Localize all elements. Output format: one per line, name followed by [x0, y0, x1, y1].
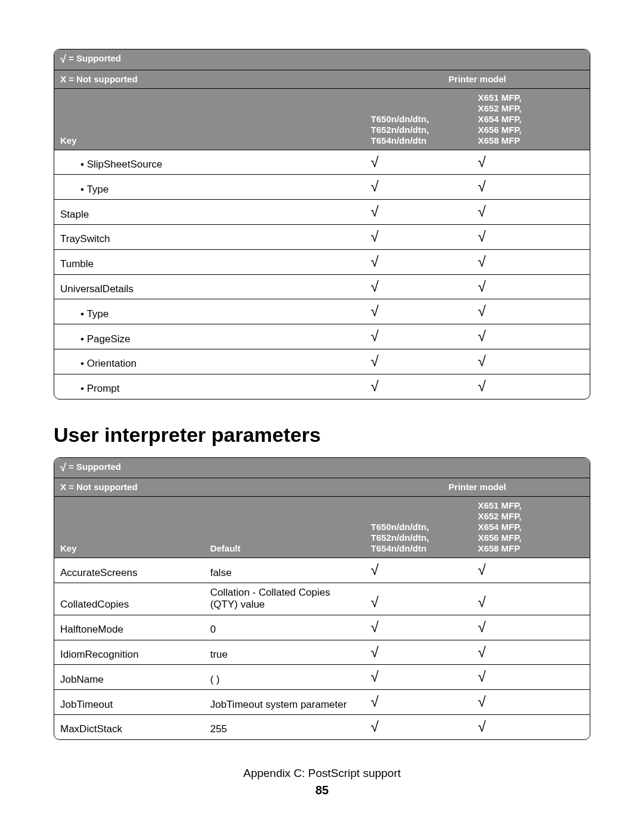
model2-cell: √	[472, 583, 590, 615]
key-cell: HalftoneMode	[54, 615, 204, 640]
legend-not-supported-2: X = Not supported	[54, 478, 365, 497]
col-model2-header: X651 MFP, X652 MFP, X654 MFP, X656 MFP, …	[472, 88, 590, 150]
key-cell: Type	[54, 299, 365, 324]
legend-supported-2: √ = Supported	[54, 458, 365, 478]
support-table-1: √ = Supported X = Not supported Printer …	[54, 49, 590, 400]
table-row: Staple√√	[54, 200, 590, 225]
model2-cell: √	[472, 690, 590, 715]
col-model1-header: T650n/dn/dtn, T652n/dn/dtn, T654n/dn/dtn	[365, 88, 472, 150]
model1-cell: √	[365, 374, 472, 398]
table-row: Type√√	[54, 175, 590, 200]
model2-cell: √	[472, 299, 590, 324]
key-cell: AccurateScreens	[54, 558, 204, 583]
appendix-label: Appendix C: PostScript support	[0, 767, 644, 780]
key-cell: PageSize	[54, 324, 365, 349]
model2-cell: √	[472, 249, 590, 274]
table-row: Orientation√√	[54, 349, 590, 374]
default-cell: 0	[204, 615, 364, 640]
table-row: TraySwitch√√	[54, 224, 590, 249]
key-cell: Prompt	[54, 374, 365, 398]
printer-model-header-2: Printer model	[365, 478, 590, 497]
model1-cell: √	[365, 665, 472, 690]
legend-not-supported: X = Not supported	[54, 70, 365, 88]
model2-cell: √	[472, 665, 590, 690]
legend-supported: √ = Supported	[54, 49, 365, 70]
table-row: Type√√	[54, 299, 590, 324]
key-cell: CollatedCopies	[54, 583, 204, 615]
col-model2-header-2: X651 MFP, X652 MFP, X654 MFP, X656 MFP, …	[472, 497, 590, 558]
model2-cell: √	[472, 714, 590, 739]
model2-cell: √	[472, 324, 590, 349]
key-cell: Staple	[54, 200, 365, 225]
model1-cell: √	[365, 615, 472, 640]
section-heading: User interpreter parameters	[54, 423, 590, 447]
model2-cell: √	[472, 175, 590, 200]
key-cell: IdiomRecognition	[54, 640, 204, 665]
table-row: JobName( )√√	[54, 665, 590, 690]
model1-cell: √	[365, 249, 472, 274]
model2-cell: √	[472, 349, 590, 374]
model2-cell: √	[472, 615, 590, 640]
table-row: PageSize√√	[54, 324, 590, 349]
default-cell: false	[204, 558, 364, 583]
table-row: JobTimeoutJobTimeout system parameter√√	[54, 690, 590, 715]
model2-cell: √	[472, 374, 590, 398]
col-default-header: Default	[204, 497, 364, 558]
model2-cell: √	[472, 274, 590, 299]
key-cell: JobTimeout	[54, 690, 204, 715]
table-row: CollatedCopiesCollation - Collated Copie…	[54, 583, 590, 615]
key-cell: UniversalDetails	[54, 274, 365, 299]
key-cell: JobName	[54, 665, 204, 690]
model1-cell: √	[365, 175, 472, 200]
page-number: 85	[0, 784, 644, 797]
page-footer: Appendix C: PostScript support 85	[0, 767, 644, 797]
printer-model-spacer	[365, 49, 590, 70]
model1-cell: √	[365, 299, 472, 324]
table-row: IdiomRecognitiontrue√√	[54, 640, 590, 665]
col-model1-header-2: T650n/dn/dtn, T652n/dn/dtn, T654n/dn/dtn	[365, 497, 472, 558]
key-cell: TraySwitch	[54, 224, 365, 249]
model1-cell: √	[365, 558, 472, 583]
default-cell: true	[204, 640, 364, 665]
default-cell: ( )	[204, 665, 364, 690]
printer-model-header: Printer model	[365, 70, 590, 88]
table-row: AccurateScreensfalse√√	[54, 558, 590, 583]
key-cell: Orientation	[54, 349, 365, 374]
model2-cell: √	[472, 150, 590, 175]
model2-cell: √	[472, 558, 590, 583]
model1-cell: √	[365, 324, 472, 349]
model1-cell: √	[365, 583, 472, 615]
model1-cell: √	[365, 690, 472, 715]
key-cell: SlipSheetSource	[54, 150, 365, 175]
key-cell: MaxDictStack	[54, 714, 204, 739]
printer-model-spacer-2	[365, 458, 590, 478]
model1-cell: √	[365, 224, 472, 249]
model1-cell: √	[365, 349, 472, 374]
model1-cell: √	[365, 150, 472, 175]
table-row: HalftoneMode0√√	[54, 615, 590, 640]
model2-cell: √	[472, 224, 590, 249]
model1-cell: √	[365, 274, 472, 299]
key-cell: Tumble	[54, 249, 365, 274]
model1-cell: √	[365, 714, 472, 739]
default-cell: 255	[204, 714, 364, 739]
model1-cell: √	[365, 640, 472, 665]
page: √ = Supported X = Not supported Printer …	[0, 0, 644, 833]
model1-cell: √	[365, 200, 472, 225]
model2-cell: √	[472, 640, 590, 665]
model2-cell: √	[472, 200, 590, 225]
table-row: Prompt√√	[54, 374, 590, 398]
key-cell: Type	[54, 175, 365, 200]
default-cell: Collation - Collated Copies (QTY) value	[204, 583, 364, 615]
col-key-header: Key	[54, 88, 365, 150]
table-row: SlipSheetSource√√	[54, 150, 590, 175]
support-table-2: √ = Supported X = Not supported Printer …	[54, 457, 590, 740]
col-key-header-2: Key	[54, 497, 204, 558]
table-row: Tumble√√	[54, 249, 590, 274]
table-row: MaxDictStack255√√	[54, 714, 590, 739]
default-cell: JobTimeout system parameter	[204, 690, 364, 715]
table-row: UniversalDetails√√	[54, 274, 590, 299]
